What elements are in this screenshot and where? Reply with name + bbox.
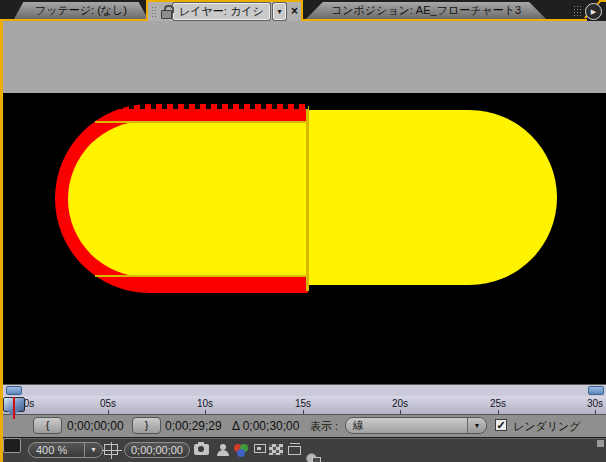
show-snapshot-icon[interactable] bbox=[216, 444, 229, 456]
mask-path-bottom-line[interactable] bbox=[95, 275, 306, 277]
ruler-label: 30s bbox=[587, 398, 603, 409]
show-channel-icon[interactable] bbox=[234, 444, 251, 457]
always-preview-icon[interactable] bbox=[3, 438, 21, 453]
ruler-tick bbox=[595, 410, 596, 414]
ruler-tick bbox=[303, 410, 304, 414]
capsule-yellow-right bbox=[308, 110, 557, 285]
time-ruler[interactable]: 0s 05s 10s 15s 20s 25s 30s bbox=[3, 396, 606, 415]
current-time-indicator-line bbox=[13, 397, 15, 419]
active-panel-border-top-edge bbox=[599, 0, 606, 2]
render-label: レンダリング bbox=[513, 419, 581, 434]
timeline-navigator[interactable] bbox=[3, 384, 606, 396]
pixel-aspect-correction-icon[interactable] bbox=[288, 446, 301, 455]
in-point-button[interactable]: { bbox=[33, 417, 62, 434]
ruler-label: 0s bbox=[24, 398, 35, 409]
mask-path-vertical-line[interactable] bbox=[306, 106, 309, 291]
view-dropdown-value: 線 bbox=[346, 418, 467, 433]
current-time-button[interactable]: 0;00;00;00 bbox=[124, 442, 190, 458]
region-of-interest-icon[interactable] bbox=[254, 444, 266, 453]
unlock-icon[interactable] bbox=[160, 5, 170, 18]
ruler-label: 05s bbox=[100, 398, 116, 409]
render-checkbox[interactable]: ✓ bbox=[495, 419, 507, 431]
magnification-value: 400 % bbox=[29, 443, 84, 457]
in-point-time: 0;00;00;00 bbox=[67, 419, 124, 433]
ruler-label: 25s bbox=[490, 398, 506, 409]
navigator-left-handle[interactable] bbox=[6, 386, 22, 395]
ruler-label: 20s bbox=[392, 398, 408, 409]
capsule-yellow-left bbox=[68, 121, 308, 277]
active-panel-border-top-left bbox=[0, 19, 146, 21]
transparency-grid-icon[interactable] bbox=[269, 444, 283, 455]
out-point-time: 0;00;29;29 bbox=[165, 419, 222, 433]
after-effects-layer-panel: フッテージ: (なし) コンポジション: AE_フローチャート3 ▶ レイヤー:… bbox=[0, 0, 606, 462]
grid-guides-icon[interactable] bbox=[104, 444, 118, 455]
in-out-row: { 0;00;00;00 } 0;00;29;29 Δ 0;00;30;00 表… bbox=[3, 415, 606, 437]
tab-composition[interactable]: コンポジション: AE_フローチャート3 bbox=[306, 2, 546, 19]
tab-layer-active[interactable]: レイヤー: カイシ ▼ × bbox=[146, 0, 303, 21]
close-tab-button[interactable]: × bbox=[289, 3, 298, 20]
mask-selection-dashes bbox=[118, 104, 308, 109]
tab-grip-icon[interactable] bbox=[151, 6, 157, 18]
panel-menu-button[interactable]: ▶ bbox=[585, 3, 602, 20]
tab-footage[interactable]: フッテージ: (なし) bbox=[14, 2, 148, 19]
viewer-label[interactable]: レイヤー: カイシ bbox=[173, 3, 270, 20]
out-point-button[interactable]: } bbox=[132, 417, 161, 434]
chevron-down-icon[interactable]: ▼ bbox=[467, 418, 486, 433]
ruler-label: 10s bbox=[197, 398, 213, 409]
panel-grip-icon[interactable] bbox=[573, 5, 582, 16]
magnification-dropdown[interactable]: 400 % ▼ bbox=[28, 442, 103, 458]
layer-viewer-canvas[interactable] bbox=[3, 93, 606, 384]
ruler-tick bbox=[205, 410, 206, 414]
viewer-pasteboard bbox=[3, 21, 606, 93]
view-dropdown[interactable]: 線 ▼ bbox=[345, 417, 487, 434]
navigator-right-handle[interactable] bbox=[588, 386, 604, 395]
ruler-label: 15s bbox=[295, 398, 311, 409]
ruler-tick bbox=[108, 410, 109, 414]
chevron-down-icon[interactable]: ▼ bbox=[84, 443, 102, 457]
snapshot-icon[interactable] bbox=[194, 444, 209, 455]
viewer-status-bar: 400 % ▼ 0;00;00;00 bbox=[3, 437, 606, 462]
ruler-tick bbox=[400, 410, 401, 414]
mask-path-top-line[interactable] bbox=[95, 121, 306, 123]
exposure-icon[interactable] bbox=[306, 453, 320, 462]
panel-tab-bar: フッテージ: (なし) コンポジション: AE_フローチャート3 ▶ bbox=[0, 0, 606, 21]
active-panel-border-left bbox=[0, 19, 3, 462]
active-panel-border-top-right bbox=[303, 19, 587, 21]
view-label: 表示 : bbox=[310, 419, 338, 434]
ruler-tick bbox=[498, 410, 499, 414]
viewer-dropdown-button[interactable]: ▼ bbox=[273, 3, 286, 20]
duration-delta: Δ 0;00;30;00 bbox=[232, 419, 299, 433]
